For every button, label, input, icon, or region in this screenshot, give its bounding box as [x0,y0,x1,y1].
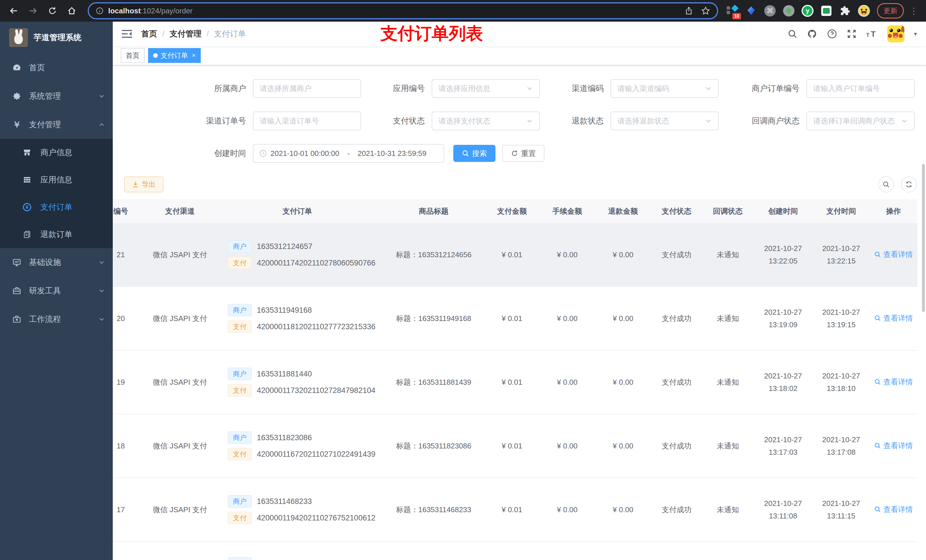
share-icon[interactable] [684,6,693,15]
cell-product-title: 标题：1635311468233 [383,505,485,515]
avatar[interactable] [887,25,904,42]
cell-fee-amount: ¥ 0.00 [539,314,595,323]
pay-tag: 支付 [228,448,252,460]
url-bar[interactable]: localhost:1024/pay/order [88,2,718,20]
search-button[interactable]: 搜索 [453,145,495,162]
home-icon[interactable] [64,3,80,19]
cell-actions: 查看详情 [870,504,917,515]
refresh-table-button[interactable] [901,177,917,192]
extension-grid-icon[interactable]: 10 [726,5,738,17]
chevron-down-icon [98,259,105,266]
owner-merchant-input[interactable]: 请选择所属商户 [253,79,361,98]
col-pay-order: 支付订单 [212,206,383,216]
pay-tag: 支付 [228,512,252,524]
tag-home[interactable]: 首页 [121,48,145,63]
recorder-extension-icon[interactable] [782,5,795,17]
sidebar-item-workflow[interactable]: 工作流程 [0,305,113,334]
cell-fee-amount: ¥ 0.00 [539,378,595,387]
view-detail-link[interactable]: 查看详情 [874,377,913,387]
fullscreen-icon[interactable] [847,29,856,39]
sidebar-item-infrastructure[interactable]: 基础设施 [0,248,113,276]
forward-icon[interactable] [25,3,41,19]
merchant-order-no-input[interactable]: 请输入商户订单编号 [806,79,915,98]
view-detail-link[interactable]: 查看详情 [874,313,913,323]
tag-pay-order[interactable]: 支付订单 × [148,48,201,63]
breadcrumb-home[interactable]: 首页 [141,29,157,39]
font-size-icon[interactable]: TT [866,29,878,38]
app-logo[interactable]: 芋道管理系统 [0,22,113,53]
site-info-icon[interactable] [96,7,104,15]
cell-pay-time: 2021-10-2713:19:15 [813,306,870,331]
refund-status-select[interactable]: 请选择退款状态 [610,112,719,130]
cell-create-time: 2021-10-2713:17:03 [754,433,813,459]
tags-bar: 首页 支付订单 × [113,46,926,65]
sidebar-item-refund-order[interactable]: 退款订单 [0,221,113,248]
pay-status-select[interactable]: 请选择支付状态 [432,112,540,130]
chevron-down-icon [98,316,105,322]
collapse-sidebar-icon[interactable] [122,29,132,38]
view-detail-link[interactable]: 查看详情 [874,249,913,260]
sidebar-item-app-info[interactable]: 应用信息 [0,166,113,193]
chevron-down-icon [705,118,712,124]
filter-row-2: 渠道订单号 请输入渠道订单号 支付状态 请选择支付状态 退款状态 请选择退款状态… [190,112,918,130]
sidebar-item-home[interactable]: 首页 [0,53,113,82]
cell-callback-status: 未通知 [702,377,754,387]
cell-product-title: 标题：1635311949168 [383,314,485,323]
sidebar-item-system[interactable]: 系统管理 [0,82,113,110]
app-title: 芋道管理系统 [33,32,82,43]
chrome-menu-icon[interactable]: ⋮ [907,6,920,16]
bookmark-star-icon[interactable] [701,6,710,15]
profile-emoji-icon[interactable] [858,5,870,17]
cell-id: 20 [113,314,148,323]
back-icon[interactable] [6,3,22,19]
col-actions: 操作 [870,206,917,216]
cell-refund-amount: ¥ 0.00 [595,442,651,450]
sidebar-item-dev-tools[interactable]: 研发工具 [0,276,113,305]
cell-pay-channel: 微信 JSAPI 支付 [148,377,212,387]
channel-code-select[interactable]: 请输入渠道编码 [610,79,719,98]
command-extension-icon[interactable]: ⌘ [764,5,776,17]
cell-pay-status: 支付成功 [651,314,702,323]
merchant-order-no-label: 商户订单编号 [732,83,806,94]
reload-icon[interactable] [44,3,61,19]
view-detail-link[interactable]: 查看详情 [874,441,913,451]
cell-id: 19 [113,378,148,387]
search-icon[interactable] [788,29,797,39]
puzzle-extensions-icon[interactable] [839,5,851,17]
close-icon[interactable]: × [191,52,196,59]
col-pay-amount: 支付金额 [485,206,539,216]
github-icon[interactable] [807,29,817,39]
sidebar-item-payment[interactable]: ￥ 支付管理 [0,110,113,139]
callback-status-select[interactable]: 请选择订单回调商户状态 [806,112,915,130]
y-extension-icon[interactable]: y [801,5,814,17]
merchant-tag: 商户 [228,495,252,508]
sidebar-item-merchant-info[interactable]: 商户信息 [0,139,113,166]
dashboard-icon [12,63,22,72]
sidebar-item-pay-order[interactable]: ¥ 支付订单 [0,193,113,221]
scrollbar[interactable] [922,164,925,312]
extension-badge: 10 [732,13,741,20]
app-no-select[interactable]: 请选择应用信息 [432,79,540,98]
merchant-tag: 商户 [228,240,252,253]
kite-extension-icon[interactable] [745,5,757,17]
chat-extension-icon[interactable] [820,5,832,17]
show-search-toggle-button[interactable] [878,177,894,192]
breadcrumb-payment[interactable]: 支付管理 [170,29,201,39]
avatar-caret-icon[interactable]: ▾ [914,30,917,37]
merchant-order-no: 1635311949168 [257,306,312,315]
channel-order-no-input[interactable]: 请输入渠道订单号 [253,112,361,130]
export-button[interactable]: 导出 [124,177,163,192]
cell-pay-status: 支付成功 [651,505,702,515]
cell-pay-time: 2021-10-2713:11:15 [813,497,870,522]
help-icon[interactable] [827,29,837,39]
table-body: 21微信 JSAPI 支付商户1635312124657支付4200001174… [113,223,917,560]
pay-tag: 支付 [228,384,252,397]
chrome-update-button[interactable]: 更新 [877,3,904,18]
reset-button[interactable]: 重置 [502,145,545,162]
logo-image [9,28,28,47]
svg-text:T: T [871,30,876,38]
view-detail-link[interactable]: 查看详情 [874,504,913,515]
cell-pay-amount: ¥ 0.01 [485,314,539,323]
cell-create-time: 2021-10-2713:22:05 [754,242,813,267]
create-time-range-input[interactable]: 2021-10-01 00:00:00 - 2021-10-31 23:59:5… [253,144,444,163]
